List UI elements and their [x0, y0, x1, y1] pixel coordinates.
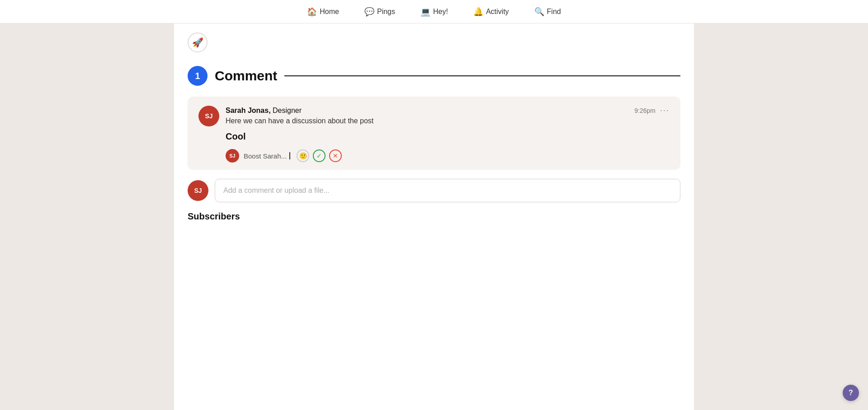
comment-options-button[interactable]: ··· [660, 106, 670, 115]
activity-icon: 🔔 [473, 7, 483, 17]
boost-row: SJ Boost Sarah... 🙂 ✓ ✕ [226, 149, 670, 163]
boost-input-area[interactable]: Boost Sarah... [244, 152, 290, 160]
comment-role: Designer [271, 107, 302, 114]
comment-body: Sarah Jonas, Designer 9:26pm ··· Here we… [226, 106, 670, 163]
section-divider [284, 75, 680, 76]
nav-find-label: Find [547, 8, 561, 16]
comment-header: SJ Sarah Jonas, Designer 9:26pm ··· Here… [198, 106, 670, 163]
top-navigation: 🏠 Home 💬 Pings 💻 Hey! 🔔 Activity 🔍 Find [0, 0, 868, 23]
subscribers-section: Subscribers [188, 211, 680, 222]
section-badge: 1 [188, 66, 208, 86]
comment-author-avatar: SJ [198, 106, 219, 126]
boost-placeholder: Boost Sarah... [244, 152, 287, 160]
section-title: Comment [215, 68, 277, 84]
comment-boost-text: Cool [226, 131, 670, 142]
boost-avatar: SJ [226, 149, 239, 163]
nav-activity-label: Activity [486, 8, 509, 16]
comment-time: 9:26pm [634, 107, 656, 114]
nav-home[interactable]: 🏠 Home [303, 4, 343, 19]
nav-activity[interactable]: 🔔 Activity [470, 4, 513, 19]
boost-icons: 🙂 ✓ ✕ [297, 149, 342, 162]
nav-pings-label: Pings [377, 8, 395, 16]
nav-find[interactable]: 🔍 Find [531, 4, 565, 19]
comment-meta: Sarah Jonas, Designer 9:26pm ··· [226, 106, 670, 115]
pings-icon: 💬 [364, 7, 374, 17]
content-panel: 🚀 1 Comment SJ Sarah Jonas, Designer 9:2… [174, 23, 694, 410]
cancel-boost-button[interactable]: ✕ [329, 149, 342, 162]
comment-author-name: Sarah Jonas, Designer [226, 107, 302, 115]
main-wrapper: 🚀 1 Comment SJ Sarah Jonas, Designer 9:2… [0, 0, 868, 410]
nav-home-label: Home [320, 8, 339, 16]
confirm-boost-button[interactable]: ✓ [313, 149, 326, 162]
comment-text: Here we can have a discussion about the … [226, 117, 670, 125]
text-cursor [289, 152, 290, 159]
hey-icon: 💻 [420, 7, 430, 17]
comment-card: SJ Sarah Jonas, Designer 9:26pm ··· Here… [188, 97, 680, 170]
section-header: 1 Comment [188, 66, 680, 86]
add-comment-avatar: SJ [188, 180, 208, 201]
subscribers-title: Subscribers [188, 211, 240, 221]
comment-time-area: 9:26pm ··· [634, 106, 670, 115]
help-icon: ? [849, 389, 853, 397]
find-icon: 🔍 [534, 7, 544, 17]
emoji-button[interactable]: 🙂 [297, 149, 309, 162]
help-button[interactable]: ? [843, 385, 859, 401]
nav-hey[interactable]: 💻 Hey! [417, 4, 452, 19]
nav-pings[interactable]: 💬 Pings [361, 4, 399, 19]
add-comment-input[interactable] [215, 179, 680, 202]
rocket-icon: 🚀 [192, 37, 203, 48]
rocket-button[interactable]: 🚀 [188, 33, 208, 52]
home-icon: 🏠 [307, 7, 317, 17]
add-comment-row: SJ [188, 179, 680, 202]
nav-hey-label: Hey! [433, 8, 448, 16]
